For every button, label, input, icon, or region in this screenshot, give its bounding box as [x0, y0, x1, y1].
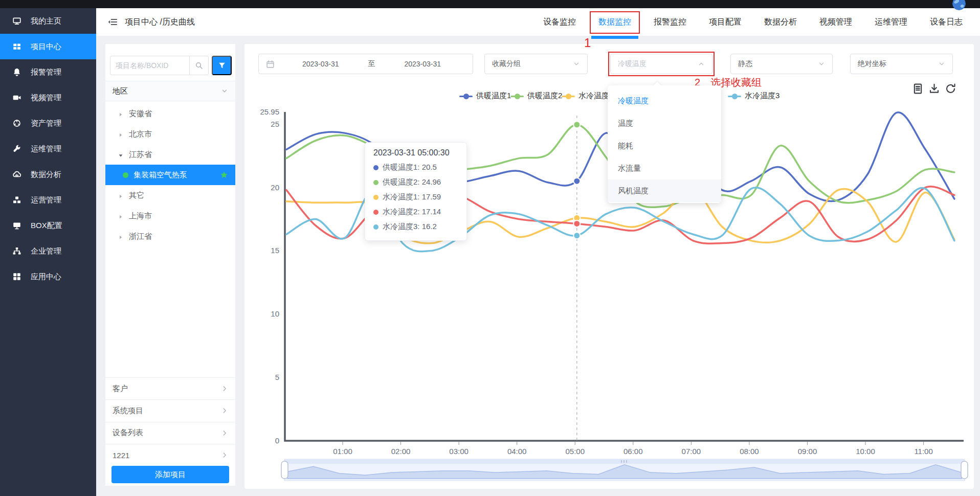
caret-right-icon[interactable]: [118, 233, 124, 239]
legend-label: 水冷温度3: [745, 91, 779, 101]
svg-text:10: 10: [271, 309, 279, 318]
tab-label: 数据监控: [598, 17, 631, 26]
apps-icon: [12, 272, 21, 281]
calendar-icon: [266, 60, 275, 69]
tree-item-其它[interactable]: 其它: [105, 185, 235, 206]
dropdown-option-水流量[interactable]: 水流量: [608, 157, 721, 179]
search-row: [110, 56, 209, 75]
cloud-chart-icon: [12, 170, 21, 179]
tab-数据分析[interactable]: 数据分析: [764, 8, 797, 36]
tree-item-浙江省[interactable]: 浙江省: [105, 226, 235, 246]
section-客户[interactable]: 客户: [105, 377, 235, 399]
add-project-button[interactable]: 添加项目: [112, 466, 229, 483]
dropdown-option-风机温度[interactable]: 风机温度: [608, 179, 721, 202]
svg-text:10:00: 10:00: [856, 447, 875, 456]
tooltip-title: 2023-03-31 05:00:30: [373, 148, 458, 157]
tab-数据监控[interactable]: 数据监控1: [598, 8, 631, 36]
sidebar-item-视频管理[interactable]: 视频管理: [0, 85, 96, 110]
sidebar-item-运维管理[interactable]: 运维管理: [0, 136, 96, 162]
tree-item-label: 浙江省: [129, 232, 152, 241]
sidebar-item-BOX配置[interactable]: BOX配置: [0, 213, 96, 238]
svg-text:20: 20: [271, 183, 279, 192]
region-label: 地区: [113, 86, 128, 96]
tab-视频管理[interactable]: 视频管理: [819, 8, 852, 36]
svg-text:04:00: 04:00: [507, 447, 527, 456]
tree-item-江苏省[interactable]: 江苏省: [105, 144, 235, 165]
tree-item-北京市[interactable]: 北京市: [105, 124, 235, 144]
sidebar-item-运营管理[interactable]: 运营管理: [0, 187, 96, 213]
tab-项目配置[interactable]: 项目配置: [709, 8, 742, 36]
tab-报警监控[interactable]: 报警监控: [654, 8, 686, 36]
data-view-icon[interactable]: [912, 83, 924, 95]
camera-icon: [12, 93, 21, 102]
refresh-icon[interactable]: [945, 83, 956, 95]
desktop-icon: [12, 221, 21, 230]
sidebar-item-企业管理[interactable]: 企业管理: [0, 238, 96, 264]
legend-item-供暖温度2[interactable]: 供暖温度2: [510, 91, 562, 101]
caret-right-icon[interactable]: [118, 110, 124, 117]
dropdown-option-能耗[interactable]: 能耗: [608, 134, 721, 157]
svg-text:5: 5: [275, 373, 279, 381]
region-tree: 安徽省北京市江苏省集装箱空气热泵其它上海市浙江省: [105, 103, 235, 246]
svg-text:01:00: 01:00: [333, 447, 352, 456]
dropdown-option-温度[interactable]: 温度: [608, 112, 721, 134]
sidebar-item-报警管理[interactable]: 报警管理: [0, 59, 96, 85]
legend-marker-icon: [510, 93, 524, 99]
search-input[interactable]: [110, 56, 190, 75]
tab-label: 设备日志: [930, 17, 963, 26]
sidebar-item-我的主页[interactable]: 我的主页: [0, 8, 96, 34]
caret-right-icon[interactable]: [118, 213, 124, 219]
series-dot-icon: [373, 210, 378, 215]
annotation-step1: 1: [584, 37, 591, 49]
page-header: 项目中心 /历史曲线 设备监控数据监控1报警监控项目配置数据分析视频管理运维管理…: [96, 8, 980, 36]
svg-text:05:00: 05:00: [565, 447, 585, 456]
sidebar-item-数据分析[interactable]: 数据分析: [0, 162, 96, 187]
chart-toolbox: [912, 83, 956, 95]
sidebar-item-应用中心[interactable]: 应用中心: [0, 264, 96, 289]
legend-item-供暖温度1[interactable]: 供暖温度1: [459, 91, 511, 101]
date-range-picker[interactable]: 2023-03-31 至 2023-03-31: [258, 54, 473, 74]
download-icon[interactable]: [928, 83, 940, 95]
sidebar-item-项目中心[interactable]: 项目中心: [0, 34, 96, 59]
caret-down-icon[interactable]: [118, 151, 124, 157]
dropdown-option-冷暖温度[interactable]: 冷暖温度: [608, 89, 721, 112]
legend-item-水冷温度3[interactable]: 水冷温度3: [728, 91, 779, 101]
date-end[interactable]: 2023-03-31: [380, 60, 466, 68]
favorite-group-select[interactable]: 收藏分组: [484, 54, 588, 74]
legend-marker-icon: [562, 93, 575, 99]
section-1221[interactable]: 1221: [105, 444, 235, 466]
project-tree-panel: 地区 安徽省北京市江苏省集装箱空气热泵其它上海市浙江省 客户系统项目设备列表12…: [105, 44, 235, 486]
tree-item-label: 集装箱空气热泵: [133, 170, 187, 180]
section-label: 设备列表: [113, 428, 143, 438]
tree-item-label: 上海市: [129, 211, 152, 221]
curve-group-value: 冷暖温度: [618, 59, 647, 69]
tab-设备监控[interactable]: 设备监控: [543, 8, 576, 36]
legend-item-水冷温度1[interactable]: 水冷温度1: [562, 91, 613, 101]
sidebar-item-资产管理[interactable]: 资产管理: [0, 110, 96, 136]
tab-运维管理[interactable]: 运维管理: [875, 8, 907, 36]
favorite-star-icon[interactable]: [220, 171, 228, 179]
svg-text:15: 15: [271, 246, 279, 255]
search-icon: [195, 61, 203, 70]
coordinate-select[interactable]: 绝对坐标: [850, 54, 953, 74]
bell-icon: [12, 67, 21, 77]
svg-text:07:00: 07:00: [682, 447, 701, 456]
filter-button[interactable]: [212, 56, 232, 75]
tree-item-安徽省[interactable]: 安徽省: [105, 103, 235, 124]
search-button[interactable]: [190, 56, 209, 75]
tree-item-label: 其它: [129, 191, 144, 200]
region-section-header[interactable]: 地区: [105, 81, 235, 101]
section-设备列表[interactable]: 设备列表: [105, 422, 235, 444]
tooltip-row: 水冷温度3: 16.2: [373, 219, 458, 234]
caret-right-icon[interactable]: [118, 131, 124, 137]
curve-group-select[interactable]: 冷暖温度: [610, 54, 712, 74]
tree-item-上海市[interactable]: 上海市: [105, 206, 235, 226]
mode-select[interactable]: 静态: [730, 54, 833, 74]
tab-设备日志[interactable]: 设备日志: [930, 8, 963, 36]
menu-fold-icon[interactable]: [107, 17, 118, 27]
tree-item-集装箱空气热泵[interactable]: 集装箱空气热泵: [105, 165, 235, 185]
date-start[interactable]: 2023-03-31: [278, 60, 364, 68]
section-系统项目[interactable]: 系统项目: [105, 399, 235, 421]
caret-right-icon[interactable]: [118, 192, 124, 198]
breadcrumb: 项目中心 /历史曲线: [107, 8, 195, 36]
